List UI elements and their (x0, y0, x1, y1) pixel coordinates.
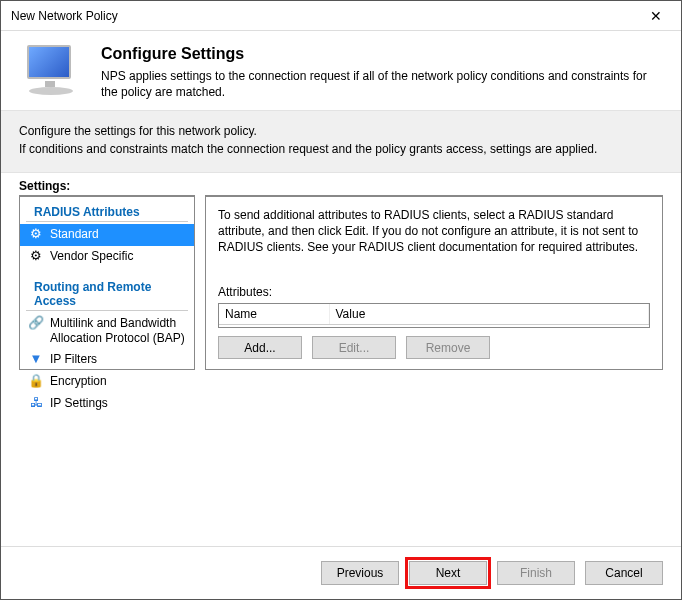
settings-sidebar: RADIUS Attributes ⚙ Standard ⚙ Vendor Sp… (19, 195, 195, 371)
column-header-value[interactable]: Value (329, 304, 649, 325)
monitor-icon (23, 45, 81, 95)
link-icon: 🔗 (28, 316, 44, 332)
attributes-table[interactable]: Name Value Framed-Protocol PPP Service-T… (218, 303, 650, 328)
table-row[interactable]: Framed-Protocol PPP (219, 325, 649, 329)
titlebar: New Network Policy ✕ (1, 1, 681, 31)
instructions: Configure the settings for this network … (1, 110, 681, 172)
content-intro: To send additional attributes to RADIUS … (218, 207, 650, 256)
page-title: Configure Settings (101, 45, 663, 63)
window-title: New Network Policy (11, 9, 641, 23)
header: Configure Settings NPS applies settings … (1, 31, 681, 110)
main-area: RADIUS Attributes ⚙ Standard ⚙ Vendor Sp… (1, 195, 681, 371)
wizard-window: New Network Policy ✕ Configure Settings … (0, 0, 682, 600)
instruction-line-1: Configure the settings for this network … (19, 123, 663, 139)
header-text: Configure Settings NPS applies settings … (101, 45, 663, 100)
remove-button[interactable]: Remove (406, 336, 490, 359)
sidebar-item-standard[interactable]: ⚙ Standard (20, 224, 194, 246)
column-header-name[interactable]: Name (219, 304, 329, 325)
finish-button[interactable]: Finish (497, 561, 575, 585)
cell-value: PPP (329, 325, 649, 329)
cancel-button[interactable]: Cancel (585, 561, 663, 585)
edit-button[interactable]: Edit... (312, 336, 396, 359)
gear-icon: ⚙ (28, 249, 44, 265)
sidebar-item-multilink-bap[interactable]: 🔗 Multilink and Bandwidth Allocation Pro… (20, 313, 194, 349)
sidebar-heading-radius: RADIUS Attributes (26, 201, 188, 222)
sidebar-heading-routing: Routing and Remote Access (26, 276, 188, 311)
page-description: NPS applies settings to the connection r… (101, 69, 663, 100)
gear-icon: ⚙ (28, 227, 44, 243)
settings-label: Settings: (1, 173, 681, 195)
attribute-buttons: Add... Edit... Remove (218, 336, 650, 359)
sidebar-item-label: IP Filters (50, 352, 97, 367)
previous-button[interactable]: Previous (321, 561, 399, 585)
wizard-footer: Previous Next Finish Cancel (1, 546, 681, 599)
content-pane: To send additional attributes to RADIUS … (205, 195, 663, 371)
cell-name: Framed-Protocol (219, 325, 329, 329)
sidebar-item-ip-filters[interactable]: ▼ IP Filters (20, 349, 194, 371)
instruction-line-2: If conditions and constraints match the … (19, 141, 663, 157)
next-button[interactable]: Next (409, 561, 487, 585)
sidebar-item-vendor-specific[interactable]: ⚙ Vendor Specific (20, 246, 194, 268)
attributes-label: Attributes: (218, 285, 650, 299)
funnel-icon: ▼ (28, 352, 44, 368)
sidebar-item-label: Vendor Specific (50, 249, 133, 264)
sidebar-item-label: Multilink and Bandwidth Allocation Proto… (50, 316, 186, 346)
add-button[interactable]: Add... (218, 336, 302, 359)
sidebar-item-label: Standard (50, 227, 99, 242)
close-icon[interactable]: ✕ (641, 8, 671, 24)
